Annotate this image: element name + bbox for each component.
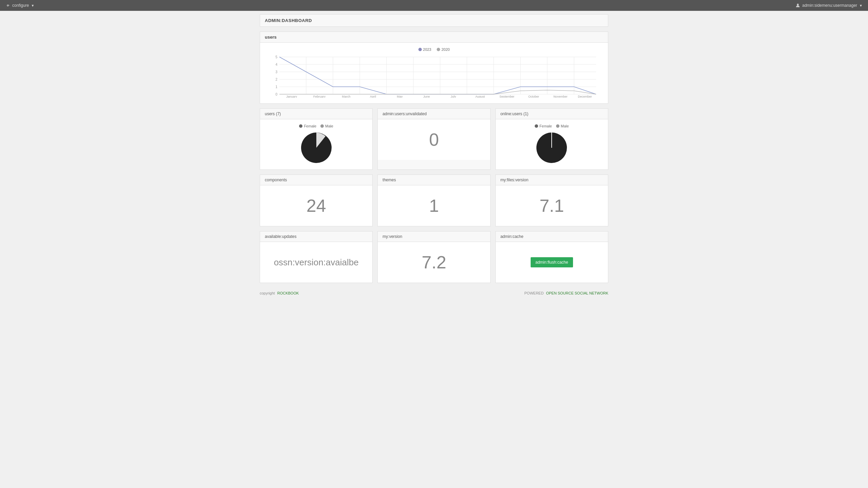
gear-icon (5, 3, 10, 8)
chart-legend: 2023 2020 (265, 47, 603, 52)
svg-text:January: January (286, 95, 297, 98)
components-title: components (260, 175, 372, 185)
user-menu-label: admin:sidemenu:usermanager (802, 3, 857, 8)
themes-body: 1 (378, 185, 490, 226)
online-male-dot (556, 124, 559, 128)
updates-value: ossn:version:avaialbe (274, 257, 359, 268)
online-stat-body: Female Male (496, 119, 608, 169)
components-body: 24 (260, 185, 372, 226)
users-female-legend: Female (299, 124, 316, 128)
svg-text:4: 4 (275, 63, 277, 66)
legend-dot-2020 (437, 48, 440, 51)
footer-right: POWERED OPEN SOURCE SOCIAL NETWORK (525, 291, 608, 295)
user-menu[interactable]: admin:sidemenu:usermanager ▼ (795, 3, 863, 8)
updates-body: ossn:version:avaialbe (260, 242, 372, 283)
unvalidated-value: 0 (429, 129, 439, 150)
stats-row-2: components 24 themes 1 my:files:version … (260, 175, 608, 226)
svg-text:November: November (553, 95, 568, 98)
online-pie-legend: Female Male (535, 124, 569, 128)
legend-2020-label: 2020 (441, 47, 450, 52)
users-pie-legend: Female Male (299, 124, 333, 128)
components-stat-card: components 24 (260, 175, 373, 226)
stats-row-3: available:updates ossn:version:avaialbe … (260, 231, 608, 283)
page-title: ADMIN:DASHBOARD (260, 14, 608, 27)
online-male-label: Male (561, 124, 569, 128)
svg-point-0 (797, 4, 798, 5)
footer: copyright ROCKBOOK POWERED OPEN SOURCE S… (260, 288, 608, 299)
svg-text:April: April (370, 95, 376, 98)
male-dot (320, 124, 324, 128)
users-chart-card: users 2023 2020 5 4 3 2 (260, 32, 608, 104)
online-pie-chart (535, 131, 569, 165)
online-female-dot (535, 124, 538, 128)
legend-dot-2023 (418, 48, 422, 51)
svg-text:December: December (578, 95, 592, 98)
files-version-title: my:files:version (496, 175, 608, 185)
cache-body: admin:flush:cache (496, 242, 608, 283)
brand-link[interactable]: ROCKBOOK (277, 291, 299, 295)
themes-title: themes (378, 175, 490, 185)
unvalidated-stat-title: admin:users:unvalidated (378, 109, 490, 119)
svg-text:February: February (313, 95, 326, 98)
svg-text:2: 2 (275, 78, 277, 81)
legend-2023: 2023 (418, 47, 431, 52)
cache-title: admin:cache (496, 231, 608, 242)
svg-text:March: March (342, 95, 350, 98)
online-stat-card: online:users (1) Female Male (495, 108, 608, 170)
female-dot (299, 124, 302, 128)
configure-caret: ▼ (31, 4, 34, 7)
cache-stat-card: admin:cache admin:flush:cache (495, 231, 608, 283)
main-content: ADMIN:DASHBOARD users 2023 2020 5 4 (254, 11, 614, 309)
svg-text:0: 0 (275, 93, 277, 96)
user-icon (795, 3, 800, 8)
powered-by-text: POWERED (525, 291, 544, 295)
online-pie-container: Female Male (500, 124, 603, 165)
unvalidated-stat-body: 0 (378, 119, 490, 160)
svg-text:5: 5 (275, 55, 277, 59)
my-version-stat-card: my:version 7.2 (377, 231, 490, 283)
configure-label: configure (12, 3, 29, 8)
users-stat-title: users (7) (260, 109, 372, 119)
my-version-title: my:version (378, 231, 490, 242)
files-version-value: 7.1 (539, 196, 564, 216)
svg-text:1: 1 (275, 85, 277, 89)
updates-title: available:updates (260, 231, 372, 242)
copyright-text: copyright (260, 291, 275, 295)
svg-text:May: May (397, 95, 403, 98)
configure-menu[interactable]: configure ▼ (5, 3, 34, 8)
unvalidated-stat-card: admin:users:unvalidated 0 (377, 108, 490, 170)
components-value: 24 (307, 196, 326, 216)
my-version-body: 7.2 (378, 242, 490, 283)
users-chart-title: users (260, 32, 608, 43)
open-source-link[interactable]: OPEN SOURCE SOCIAL NETWORK (546, 291, 608, 295)
svg-text:June: June (423, 95, 430, 98)
users-stat-body: Female Male (260, 119, 372, 169)
svg-text:September: September (499, 95, 514, 98)
legend-2023-label: 2023 (423, 47, 431, 52)
chart-svg-wrapper: 5 4 3 2 1 0 (265, 54, 603, 99)
svg-text:October: October (528, 95, 539, 98)
footer-left: copyright ROCKBOOK (260, 291, 299, 295)
online-female-legend: Female (535, 124, 552, 128)
online-male-legend: Male (556, 124, 569, 128)
stats-row-1: users (7) Female Male (260, 108, 608, 170)
male-label: Male (325, 124, 333, 128)
female-label: Female (304, 124, 316, 128)
users-stat-card: users (7) Female Male (260, 108, 373, 170)
svg-text:July: July (451, 95, 456, 98)
svg-text:3: 3 (275, 70, 277, 74)
online-female-label: Female (539, 124, 552, 128)
users-pie-chart (299, 131, 333, 165)
user-caret: ▼ (859, 4, 863, 7)
files-version-stat-card: my:files:version 7.1 (495, 175, 608, 226)
top-navigation: configure ▼ admin:sidemenu:usermanager ▼ (0, 0, 868, 11)
updates-stat-card: available:updates ossn:version:avaialbe (260, 231, 373, 283)
files-version-body: 7.1 (496, 185, 608, 226)
users-male-legend: Male (320, 124, 333, 128)
legend-2020: 2020 (437, 47, 450, 52)
online-stat-title: online:users (1) (496, 109, 608, 119)
my-version-value: 7.2 (422, 252, 446, 272)
svg-text:August: August (475, 95, 485, 98)
users-chart-body: 2023 2020 5 4 3 2 1 0 (260, 43, 608, 103)
flush-cache-button[interactable]: admin:flush:cache (531, 257, 573, 267)
